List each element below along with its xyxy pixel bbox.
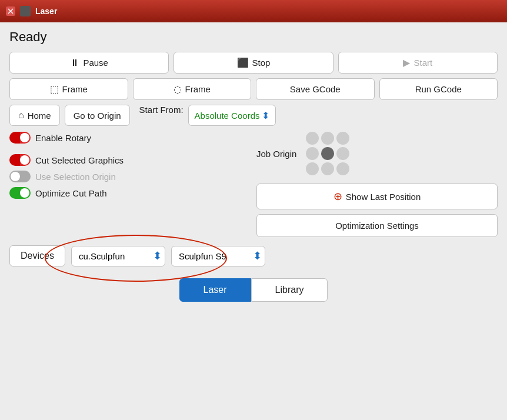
start-button[interactable]: ▶ Start [338,52,498,74]
chevron-icon: ⬍ [262,110,269,121]
pause-button[interactable]: ⏸ Pause [9,52,169,74]
play-icon: ▶ [403,57,410,68]
job-origin-grid [306,132,349,175]
dot-ml[interactable] [306,147,319,160]
frame-dashed-button[interactable]: ◌ Frame [133,78,252,100]
go-to-origin-button[interactable]: Go to Origin [65,105,130,126]
stop-button[interactable]: ⬛ Stop [174,52,333,74]
absolute-coords-select[interactable]: Absolute Coords ⬍ [188,105,276,126]
optimize-cut-path-label: Optimize Cut Path [35,188,107,198]
dot-tl[interactable] [306,132,319,145]
start-from-label: Start From: [139,105,184,126]
tab-library[interactable]: Library [251,278,328,302]
home-button[interactable]: ⌂ Home [9,105,60,126]
frame-dashed-icon: ◌ [174,84,182,95]
crosshair-icon: ⊕ [333,190,342,203]
job-origin-label: Job Origin [256,149,296,159]
status-text: Ready [9,29,498,45]
dot-tc[interactable] [321,132,334,145]
dot-tr[interactable] [336,132,349,145]
pause-icon: ⏸ [70,58,79,68]
frame-square-button[interactable]: ⬚ Frame [9,78,128,100]
window-title: Laser [35,6,57,16]
title-bar: Laser [0,0,507,22]
cut-selected-label: Cut Selected Graphics [35,155,124,165]
optimize-cut-path-toggle[interactable] [9,187,31,199]
enable-rotary-toggle[interactable] [9,132,31,144]
show-last-position-button[interactable]: ⊕ Show Last Position [256,184,498,209]
use-selection-origin-toggle[interactable] [9,171,31,182]
dot-mc[interactable] [321,147,334,160]
run-gcode-button[interactable]: Run GCode [379,78,498,100]
use-selection-origin-label: Use Selection Origin [35,172,116,182]
tab-laser[interactable]: Laser [179,278,251,302]
optimization-settings-button[interactable]: Optimization Settings [256,214,498,237]
save-gcode-button[interactable]: Save GCode [256,78,375,100]
home-icon: ⌂ [18,110,24,121]
device-select[interactable]: Sculpfun S9 [171,246,265,266]
dot-bc[interactable] [321,162,334,175]
dot-bl[interactable] [306,162,319,175]
dot-br[interactable] [336,162,349,175]
frame-square-icon: ⬚ [50,84,59,95]
devices-label: Devices [9,245,65,266]
port-select[interactable]: cu.Sculpfun [71,246,165,266]
close-button[interactable] [6,6,15,16]
stop-icon: ⬛ [237,57,249,68]
window-icon [20,6,31,16]
enable-rotary-label: Enable Rotary [35,133,91,143]
dot-mr[interactable] [336,147,349,160]
cut-selected-toggle[interactable] [9,154,31,166]
